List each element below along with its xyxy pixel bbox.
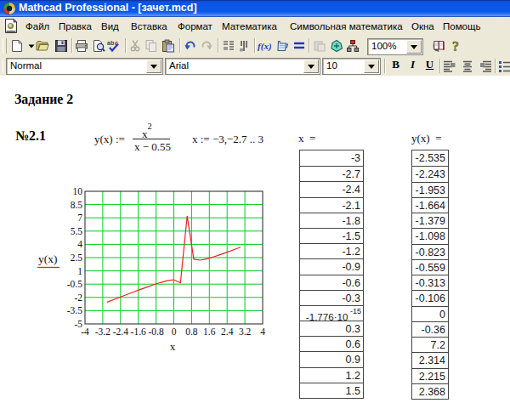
svg-text:1: 1 <box>77 266 82 276</box>
svg-text:y(x): y(x) <box>38 253 58 265</box>
svg-text:-0.8: -0.8 <box>148 326 163 337</box>
svg-text:-4: -4 <box>81 326 89 337</box>
svg-text:-1.6: -1.6 <box>131 326 146 337</box>
svg-text:0.8: 0.8 <box>185 326 198 337</box>
svg-text:-3.5: -3.5 <box>67 305 82 315</box>
svg-text:x: x <box>170 340 176 353</box>
svg-text:3.2: 3.2 <box>239 326 252 337</box>
svg-text:7: 7 <box>77 213 82 223</box>
svg-text:10: 10 <box>73 186 83 196</box>
svg-text:1.6: 1.6 <box>203 326 216 337</box>
svg-text:-2: -2 <box>74 292 82 303</box>
svg-text:0: 0 <box>172 326 177 337</box>
svg-text:-0.5: -0.5 <box>67 279 82 289</box>
svg-text:4: 4 <box>77 239 82 249</box>
svg-text:4: 4 <box>260 326 265 337</box>
svg-text:-3.2: -3.2 <box>95 326 110 337</box>
svg-text:2.4: 2.4 <box>221 326 234 337</box>
svg-text:2.5: 2.5 <box>71 253 83 263</box>
svg-text:8.5: 8.5 <box>71 200 83 210</box>
svg-text:5.5: 5.5 <box>71 226 83 236</box>
svg-text:-2.4: -2.4 <box>113 326 128 337</box>
